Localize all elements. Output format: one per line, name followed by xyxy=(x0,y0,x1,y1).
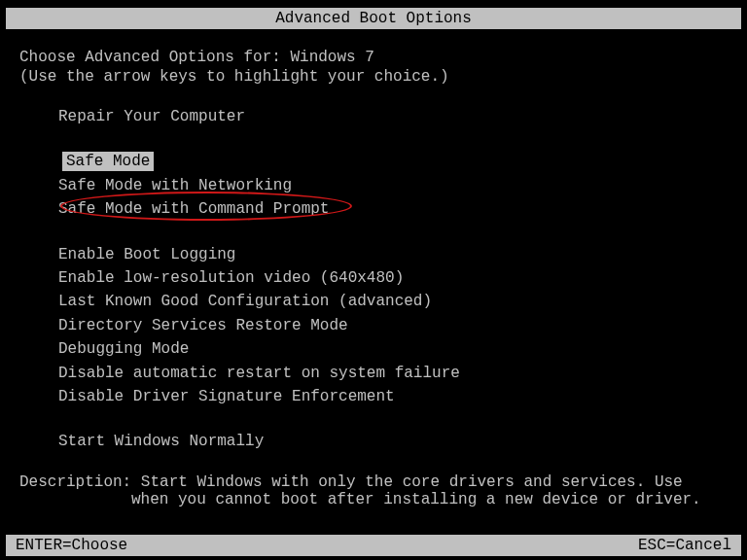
intro-line-2: (Use the arrow keys to highlight your ch… xyxy=(19,68,728,86)
content-area: Choose Advanced Options for: Windows 7 (… xyxy=(0,29,747,508)
menu-item-disable-driver-sig[interactable]: Disable Driver Signature Enforcement xyxy=(19,385,728,408)
menu-item-boot-logging[interactable]: Enable Boot Logging xyxy=(19,243,728,266)
footer-enter-hint: ENTER=Choose xyxy=(16,537,127,554)
footer-esc-hint: ESC=Cancel xyxy=(638,537,731,554)
menu-item-low-res[interactable]: Enable low-resolution video (640x480) xyxy=(19,266,728,290)
menu-spacer xyxy=(19,408,728,430)
title-bar: Advanced Boot Options xyxy=(6,8,741,29)
menu-spacer xyxy=(19,222,728,243)
menu-item-disable-auto-restart[interactable]: Disable automatic restart on system fail… xyxy=(19,362,728,385)
menu-item-ds-restore[interactable]: Directory Services Restore Mode xyxy=(19,314,728,337)
menu-item-repair[interactable]: Repair Your Computer xyxy=(19,105,728,128)
description-line-1: Description: Start Windows with only the… xyxy=(19,473,728,491)
menu-item-safe-mode-networking[interactable]: Safe Mode with Networking xyxy=(19,174,728,197)
menu-item-start-normally[interactable]: Start Windows Normally xyxy=(19,430,728,453)
menu-spacer xyxy=(19,128,728,150)
menu-item-debugging[interactable]: Debugging Mode xyxy=(19,337,728,361)
menu-item-safe-mode[interactable]: Safe Mode xyxy=(58,150,158,173)
menu-item-safe-mode-cmd[interactable]: Safe Mode with Command Prompt xyxy=(19,197,728,221)
description-area: Description: Start Windows with only the… xyxy=(19,473,728,508)
footer-bar: ENTER=Choose ESC=Cancel xyxy=(6,535,741,556)
boot-options-menu[interactable]: Repair Your Computer Safe Mode Safe Mode… xyxy=(19,105,728,454)
menu-item-last-known-good[interactable]: Last Known Good Configuration (advanced) xyxy=(19,290,728,313)
title-text: Advanced Boot Options xyxy=(275,10,472,27)
description-line-2: when you cannot boot after installing a … xyxy=(19,491,728,508)
intro-line-1: Choose Advanced Options for: Windows 7 xyxy=(19,49,728,66)
